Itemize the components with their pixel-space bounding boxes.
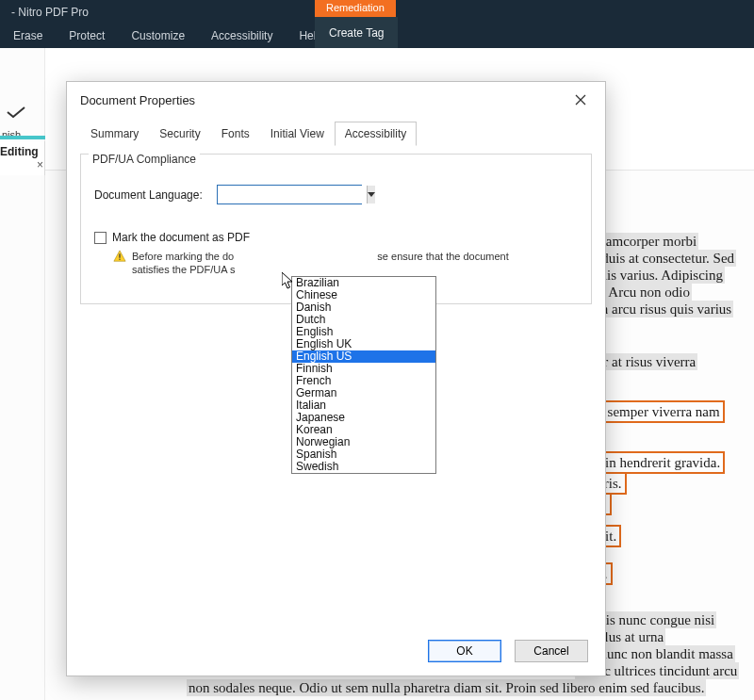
- tab-accessibility[interactable]: Accessibility: [335, 122, 417, 146]
- tab-editing[interactable]: Editing ×: [0, 141, 45, 175]
- contextual-tab-remediation[interactable]: Remediation: [315, 0, 396, 17]
- pdfua-warning-text: Before marking the do se ensure that the…: [132, 250, 509, 276]
- tab-editing-label: Editing: [0, 145, 39, 158]
- group-title: PDF/UA Compliance: [89, 153, 200, 166]
- text-fragment: non sodales neque. Odio ut sem nulla pha…: [187, 679, 706, 696]
- document-properties-dialog: Document Properties Summary Security Fon…: [66, 81, 606, 676]
- tab-security[interactable]: Security: [149, 122, 210, 146]
- ok-button[interactable]: OK: [428, 640, 501, 662]
- document-language-row: Document Language:: [94, 185, 578, 204]
- svg-rect-1: [119, 259, 120, 260]
- tab-fonts[interactable]: Fonts: [211, 122, 260, 146]
- cancel-button[interactable]: Cancel: [515, 640, 588, 662]
- warn-text-b: se ensure that the document: [377, 251, 508, 262]
- pdfua-warning: Before marking the do se ensure that the…: [113, 250, 578, 276]
- svg-rect-0: [119, 253, 120, 257]
- checkmark-icon: [6, 105, 26, 116]
- dialog-tabs: Summary Security Fonts Initial View Acce…: [80, 122, 605, 146]
- document-language-dropdown[interactable]: BrazilianChineseDanishDutchEnglishEnglis…: [291, 276, 436, 474]
- tab-initial-view[interactable]: Initial View: [260, 122, 335, 146]
- document-language-input[interactable]: [218, 186, 367, 203]
- editing-tab-indicator: [0, 136, 45, 139]
- ribbon-button-create-tag[interactable]: Create Tag: [315, 17, 398, 48]
- ribbon-tab-protect[interactable]: Protect: [56, 25, 118, 46]
- dialog-button-row: OK Cancel: [428, 640, 588, 662]
- warn-text-c: satisfies the PDF/UA s: [132, 264, 235, 275]
- tab-summary[interactable]: Summary: [80, 122, 149, 146]
- dialog-titlebar[interactable]: Document Properties: [67, 82, 605, 118]
- mark-pdfua-checkbox[interactable]: [94, 232, 107, 244]
- dialog-title: Document Properties: [80, 93, 569, 107]
- language-option[interactable]: Swedish: [292, 461, 435, 473]
- document-language-combo[interactable]: [217, 185, 362, 204]
- close-icon: [574, 93, 587, 106]
- document-language-label: Document Language:: [94, 188, 217, 202]
- close-button[interactable]: [569, 89, 592, 111]
- close-icon[interactable]: ×: [37, 158, 43, 171]
- mark-pdfua-label: Mark the document as PDF: [112, 231, 250, 244]
- chevron-down-icon: [368, 192, 375, 197]
- ribbon: - Nitro PDF Pro Erase Protect Customize …: [0, 0, 754, 48]
- warning-icon: [113, 250, 126, 263]
- ribbon-tab-customize[interactable]: Customize: [118, 25, 198, 46]
- warn-text-a: Before marking the do: [132, 251, 234, 262]
- ribbon-tab-accessibility[interactable]: Accessibility: [198, 25, 286, 46]
- combo-dropdown-button[interactable]: [367, 186, 375, 203]
- ribbon-tab-erase[interactable]: Erase: [0, 25, 56, 46]
- mark-pdfua-row: Mark the document as PDF: [94, 231, 578, 244]
